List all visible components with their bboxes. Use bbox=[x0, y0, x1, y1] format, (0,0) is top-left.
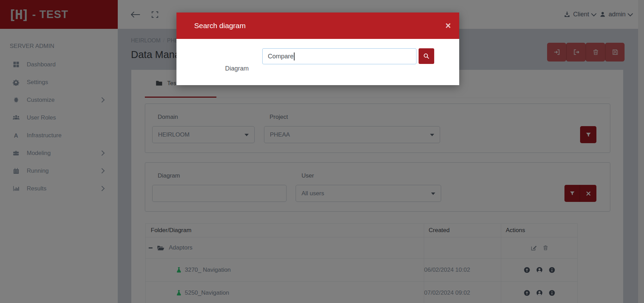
modal-diagram-label: Diagram bbox=[225, 65, 249, 72]
modal-header: Search diagram × bbox=[176, 13, 459, 39]
modal-search-button[interactable] bbox=[419, 48, 434, 64]
modal-diagram-input[interactable]: Compare bbox=[262, 48, 416, 64]
text-cursor bbox=[294, 52, 295, 60]
search-diagram-modal: Search diagram × Diagram Compare bbox=[176, 13, 459, 85]
search-icon bbox=[423, 53, 430, 59]
close-icon[interactable]: × bbox=[445, 21, 451, 31]
modal-diagram-input-value: Compare bbox=[268, 53, 294, 60]
modal-title: Search diagram bbox=[194, 22, 246, 30]
app-window: [H] - TEST SERVER ADMIN Dashboard Settin… bbox=[0, 0, 644, 303]
